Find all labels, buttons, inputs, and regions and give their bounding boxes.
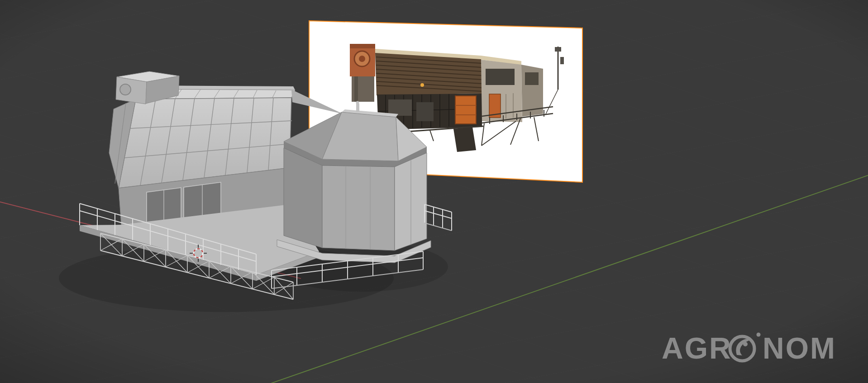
blender-3d-viewport[interactable]: AGR NOM: [0, 0, 868, 383]
logo-apostrophe-dot: [757, 333, 761, 337]
watermark-text-left: AGR: [662, 331, 732, 365]
viewport-vignette: [0, 0, 868, 383]
watermark-text-right: NOM: [763, 331, 836, 365]
